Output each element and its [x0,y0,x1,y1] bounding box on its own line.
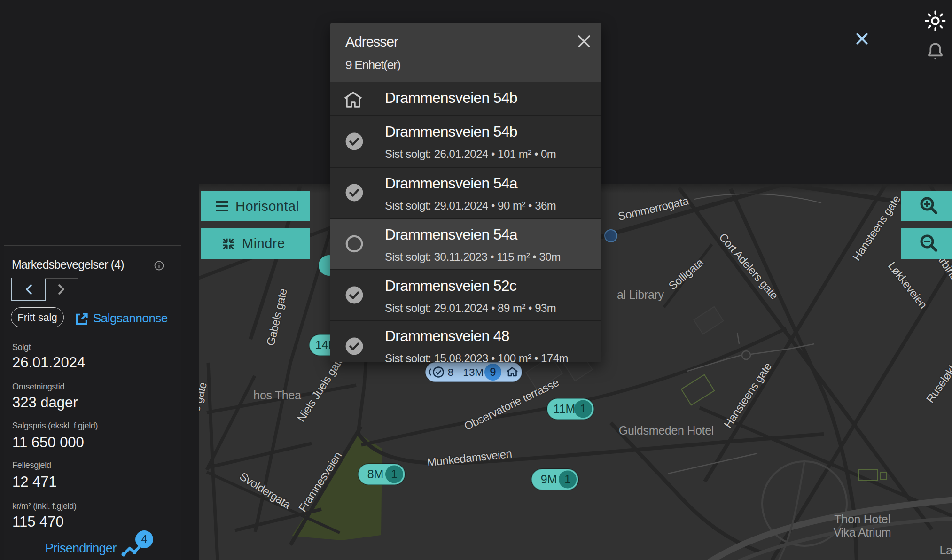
svg-text:1: 1 [580,403,586,415]
svg-text:8M: 8M [367,467,384,481]
svg-text:11M: 11M [554,402,576,415]
svg-text:1: 1 [565,473,571,485]
svg-text:La: La [939,544,952,557]
svg-text:Vika Atrium: Vika Atrium [834,526,891,539]
svg-text:9M: 9M [541,473,557,486]
svg-text:hos Thea: hos Thea [253,389,301,402]
svg-text:Thon Hotel: Thon Hotel [834,513,890,526]
svg-text:1: 1 [391,468,398,480]
svg-text:Guldsmeden Hotel: Guldsmeden Hotel [619,424,714,437]
svg-text:9: 9 [490,366,496,378]
svg-text:8 - 13M: 8 - 13M [448,366,484,378]
svg-text:al Library: al Library [617,288,664,301]
